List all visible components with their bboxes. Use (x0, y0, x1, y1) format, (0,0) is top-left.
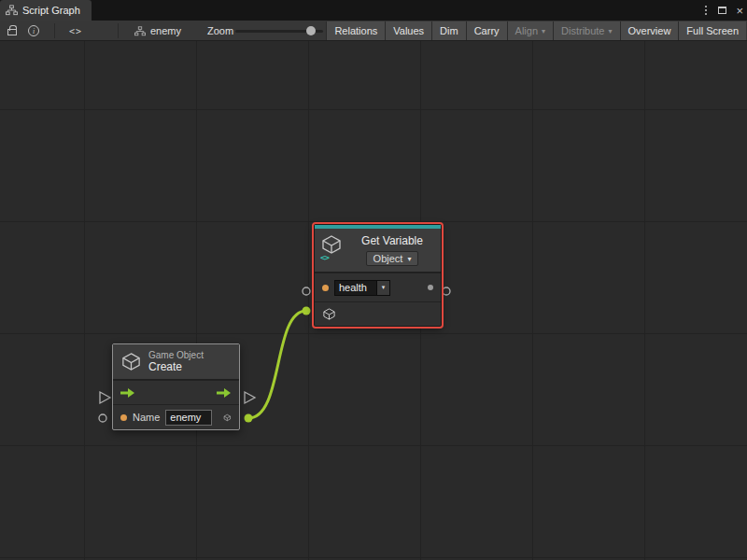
flow-row (113, 380, 239, 404)
get-variable-output-port[interactable] (443, 287, 450, 295)
variable-name-field: ▾ (334, 280, 390, 296)
zoom-slider-handle[interactable] (306, 26, 316, 35)
variable-picker-dropdown[interactable]: ▾ (377, 280, 390, 296)
carry-button[interactable]: Carry (466, 21, 507, 40)
zoom-label: Zoom (207, 21, 233, 41)
node-title: Create (148, 360, 204, 373)
get-variable-object-input-port-connected[interactable] (303, 307, 311, 315)
create-header: Game Object Create (113, 344, 239, 380)
script-graph-window: Script Graph × i <> (0, 0, 747, 560)
connection-wire[interactable] (248, 311, 306, 418)
input-label: Name (133, 412, 160, 423)
name-input-row: Name (113, 404, 239, 429)
variable-name-input[interactable] (334, 280, 377, 296)
game-object-icon (120, 351, 142, 372)
node-get-variable[interactable]: <> Get Variable Object ▾ ▾ (314, 224, 442, 327)
lock-icon[interactable] (7, 21, 17, 41)
flow-out-arrow-icon (216, 387, 233, 399)
create-flow-input-port[interactable] (100, 392, 110, 403)
create-flow-output-port[interactable] (245, 392, 255, 403)
create-value-input-port[interactable] (99, 414, 106, 422)
graph-asset-icon (134, 26, 146, 36)
full-screen-button[interactable]: Full Screen (678, 21, 746, 40)
name-input[interactable] (165, 410, 212, 426)
chevron-down-icon: ▾ (407, 255, 411, 263)
dim-button[interactable]: Dim (431, 21, 466, 40)
graph-reference[interactable]: enemy (134, 21, 181, 41)
game-object-icon (322, 307, 336, 321)
flow-in-arrow-icon (120, 387, 136, 399)
overview-button[interactable]: Overview (620, 21, 679, 40)
variable-code-icon: <> (320, 253, 329, 262)
toolbar-divider (54, 23, 55, 38)
node-category: Game Object (148, 350, 204, 360)
code-view-icon[interactable]: <> (69, 21, 82, 41)
script-graph-icon (6, 5, 18, 16)
toolbar-buttons: Relations Values Dim Carry Align ▾ Distr… (326, 21, 746, 40)
node-game-object-create[interactable]: Game Object Create Name (112, 343, 240, 430)
close-icon[interactable]: × (736, 5, 743, 17)
output-port-dot (428, 285, 433, 290)
object-input-row (315, 301, 441, 326)
menu-icon[interactable] (703, 4, 709, 17)
create-output-port-connected[interactable] (245, 414, 253, 423)
value-port-dot (322, 285, 329, 291)
maximize-icon[interactable] (718, 7, 726, 14)
node-title: Get Variable (361, 234, 423, 247)
get-variable-name-input-port[interactable] (303, 287, 310, 295)
game-object-output-icon (223, 411, 232, 425)
value-port-dot (120, 414, 127, 421)
variable-name-row: ▾ (315, 273, 441, 301)
window-controls: × (703, 0, 743, 21)
zoom-slider[interactable] (235, 21, 323, 41)
tab-title: Script Graph (22, 5, 80, 16)
toolbar-divider (118, 23, 119, 38)
graph-name: enemy (150, 25, 181, 36)
values-button[interactable]: Values (385, 21, 431, 40)
chevron-down-icon: ▾ (609, 27, 613, 35)
title-bar: Script Graph × (0, 0, 747, 21)
align-button[interactable]: Align ▾ (507, 21, 553, 40)
distribute-button[interactable]: Distribute ▾ (553, 21, 619, 40)
relations-button[interactable]: Relations (326, 21, 385, 40)
variable-scope-dropdown[interactable]: Object ▾ (366, 251, 419, 266)
chevron-down-icon: ▾ (542, 27, 545, 35)
get-variable-header: <> Get Variable Object ▾ (315, 229, 441, 273)
tab-script-graph[interactable]: Script Graph (0, 0, 92, 21)
toolbar: i <> enemy Zoom 1x (0, 21, 747, 41)
info-icon[interactable]: i (28, 21, 39, 41)
